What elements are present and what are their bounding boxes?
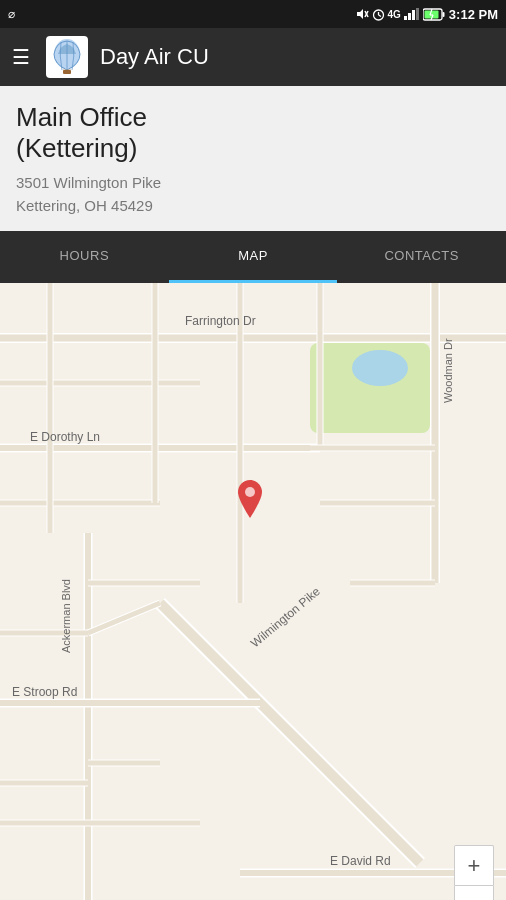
signal-icons: 4G: [355, 8, 445, 21]
map-location-pin[interactable]: [235, 478, 265, 524]
map-container: Farrington Dr E Dorothy Ln Woodman Dr Ac…: [0, 283, 506, 900]
tab-map[interactable]: MAP: [169, 231, 338, 283]
svg-rect-12: [442, 12, 444, 17]
svg-rect-18: [63, 70, 71, 74]
app-title: Day Air CU: [100, 44, 209, 70]
svg-text:Ackerman Blvd: Ackerman Blvd: [60, 579, 72, 653]
svg-marker-0: [357, 9, 363, 19]
svg-rect-7: [408, 13, 411, 20]
zoom-out-button[interactable]: −: [454, 885, 494, 900]
zoom-in-button[interactable]: +: [454, 845, 494, 885]
svg-rect-6: [404, 16, 407, 20]
svg-text:E Stroop Rd: E Stroop Rd: [12, 685, 77, 699]
tab-bar: HOURS MAP CONTACTS: [0, 231, 506, 283]
time-display: 3:12 PM: [449, 7, 498, 22]
svg-rect-8: [412, 10, 415, 20]
status-bar: ⌀ 4G 3:12 PM: [0, 0, 506, 28]
app-logo: [46, 36, 88, 78]
status-left-icons: ⌀: [8, 7, 15, 21]
svg-rect-9: [416, 8, 419, 20]
map-svg: Farrington Dr E Dorothy Ln Woodman Dr Ac…: [0, 283, 506, 900]
usb-icon: ⌀: [8, 7, 15, 21]
svg-point-23: [352, 350, 408, 386]
location-address: 3501 Wilmington Pike Kettering, OH 45429: [16, 172, 490, 217]
tab-hours[interactable]: HOURS: [0, 231, 169, 283]
tab-contacts[interactable]: CONTACTS: [337, 231, 506, 283]
svg-line-5: [378, 15, 381, 17]
location-name: Main Office (Kettering): [16, 102, 490, 164]
status-right-area: 4G 3:12 PM: [355, 7, 498, 22]
svg-text:E David Rd: E David Rd: [330, 854, 391, 868]
svg-text:Farrington Dr: Farrington Dr: [185, 314, 256, 328]
map-controls: + −: [454, 845, 494, 900]
app-header: ☰ Day Air CU: [0, 28, 506, 86]
svg-text:E Dorothy Ln: E Dorothy Ln: [30, 430, 100, 444]
hamburger-menu-icon[interactable]: ☰: [12, 45, 30, 69]
svg-text:Woodman Dr: Woodman Dr: [442, 338, 454, 403]
location-panel: Main Office (Kettering) 3501 Wilmington …: [0, 86, 506, 231]
svg-point-31: [245, 487, 255, 497]
